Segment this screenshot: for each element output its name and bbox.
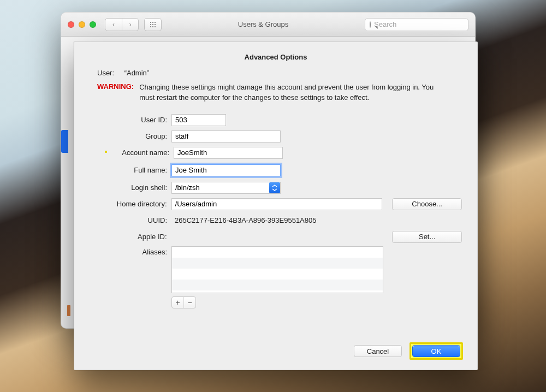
account-name-row: Account name: (90, 145, 462, 161)
group-field[interactable] (171, 130, 281, 142)
grid-icon (150, 21, 156, 28)
window-title: Users & Groups (167, 20, 359, 28)
search-icon (370, 21, 371, 28)
add-alias-button[interactable]: + (172, 297, 183, 308)
user-value: “Admin” (124, 69, 150, 77)
label-uuid: UUID: (90, 216, 171, 224)
user-line: User: “Admin” (97, 69, 462, 77)
list-item[interactable] (172, 280, 383, 290)
warning-row: WARNING: Changing these settings might d… (97, 82, 451, 103)
choose-button[interactable]: Choose... (392, 198, 462, 210)
sidebar-lock-hint (67, 305, 70, 316)
close-icon[interactable] (68, 21, 74, 28)
sheet-footer: Cancel OK (354, 342, 463, 360)
back-button[interactable]: ‹ (105, 19, 122, 31)
label-aliases: Aliases: (90, 246, 171, 256)
home-directory-field[interactable] (171, 198, 383, 210)
show-all-button[interactable] (144, 18, 162, 31)
desktop-background: ‹ › Users & Groups Advanced Options User… (0, 0, 546, 392)
sidebar-selection-hint (61, 130, 68, 153)
search-field[interactable] (365, 18, 468, 31)
label-login-shell: Login shell: (90, 183, 171, 192)
form-area: User ID: Group: Account name: Full name:… (90, 112, 462, 308)
user-label: User: (97, 69, 122, 77)
label-home-directory: Home directory: (90, 200, 171, 208)
label-group: Group: (90, 132, 171, 140)
traffic-lights (68, 21, 96, 28)
sheet-title: Advanced Options (90, 53, 462, 61)
account-name-field[interactable] (174, 147, 283, 159)
minimize-icon[interactable] (79, 21, 85, 28)
list-item[interactable] (172, 247, 383, 258)
advanced-options-sheet: Advanced Options User: “Admin” WARNING: … (74, 41, 478, 370)
warning-text: Changing these settings might damage thi… (139, 82, 451, 103)
list-item[interactable] (172, 258, 383, 269)
full-name-field[interactable] (171, 164, 281, 176)
label-account-name: Account name: (92, 149, 174, 157)
chevron-down-icon[interactable] (269, 182, 280, 193)
ok-button[interactable]: OK (412, 345, 460, 357)
highlight-ok: OK (410, 342, 463, 360)
label-full-name: Full name: (90, 166, 171, 174)
search-input[interactable] (374, 20, 466, 28)
label-apple-id: Apple ID: (90, 233, 171, 241)
forward-button[interactable]: › (122, 19, 138, 31)
zoom-icon[interactable] (90, 21, 96, 28)
aliases-listbox[interactable] (171, 246, 383, 293)
list-item[interactable] (172, 269, 383, 280)
set-button[interactable]: Set... (392, 231, 462, 243)
uuid-value: 265C2177-E216-4B3A-A896-393E9551A805 (171, 216, 316, 224)
remove-alias-button[interactable]: − (183, 297, 195, 308)
warning-label: WARNING: (97, 82, 134, 103)
login-shell-field[interactable] (171, 182, 281, 194)
user-id-field[interactable] (171, 114, 226, 126)
label-user-id: User ID: (90, 116, 171, 124)
nav-back-forward: ‹ › (105, 18, 139, 31)
login-shell-combo[interactable] (171, 182, 281, 194)
cancel-button[interactable]: Cancel (354, 345, 402, 357)
window-titlebar: ‹ › Users & Groups (61, 13, 475, 37)
aliases-plus-minus: + − (171, 296, 196, 308)
